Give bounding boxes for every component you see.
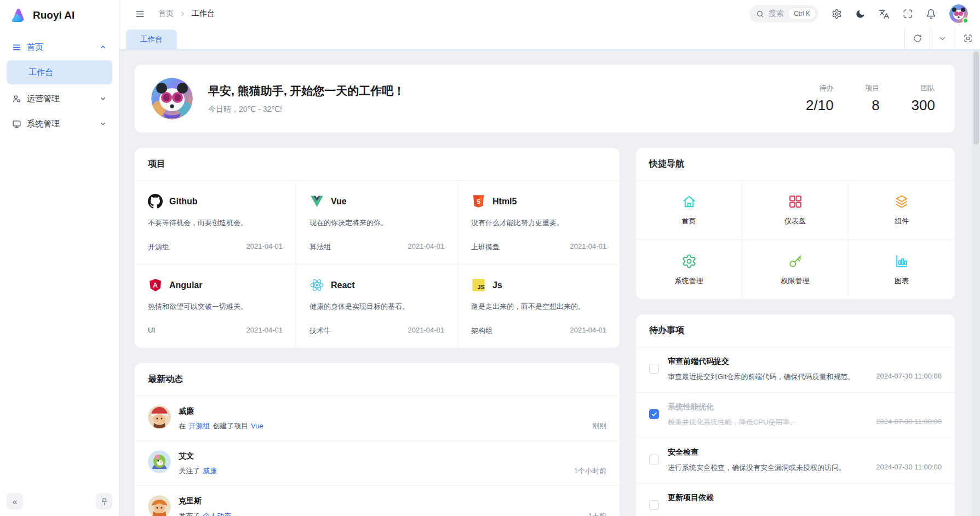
right-column: 快捷导航 首页 [636, 148, 955, 516]
breadcrumb: 首页 工作台 [158, 9, 215, 19]
todo-row: 审查前端代码提交 审查最近提交到Git仓库的前端代码，确保代码质量和规范。 20… [636, 347, 955, 392]
translate-icon[interactable] [879, 8, 890, 19]
svg-text:5: 5 [477, 198, 480, 205]
todo-checkbox[interactable] [649, 455, 659, 465]
quick-nav-dashboard[interactable]: 仪表盘 [742, 181, 849, 240]
activity-row: 威廉 在 开源组 创建了项目 Vue 刚刚 [135, 396, 620, 440]
project-name: Html5 [492, 197, 517, 207]
html5-icon: 5 [471, 194, 486, 209]
quick-nav-system[interactable]: 系统管理 [636, 240, 742, 299]
project-date: 2021-04-01 [408, 242, 445, 252]
activity-card: 最新动态 [135, 363, 620, 516]
sidebar-item-home[interactable]: 首页 [7, 36, 112, 58]
pin-icon[interactable] [96, 493, 112, 509]
gear-icon[interactable] [832, 9, 842, 19]
project-card-react[interactable]: React 健康的身体是实现目标的基石。 技术牛 2021-04-01 [296, 265, 458, 348]
project-name: Js [492, 280, 502, 290]
todo-row: 系统性能优化 检查并优化系统性能，降低CPU使用率。 2024-07-30 11… [636, 392, 955, 438]
activity-link-group[interactable]: 开源组 [188, 421, 210, 431]
scrollbar-thumb[interactable] [973, 51, 979, 145]
stat-label: 项目 [866, 83, 880, 93]
stat-label: 待办 [806, 83, 834, 93]
tab-menu-chevron-button[interactable] [930, 27, 955, 49]
search-input[interactable]: 搜索 Ctrl K [749, 5, 818, 22]
tabbar: 工作台 [119, 27, 980, 50]
todo-item-title: 系统性能优化 [668, 402, 942, 412]
todo-checkbox[interactable] [649, 500, 659, 510]
project-card-vue[interactable]: Vue 现在的你决定将来的你。 算法组 2021-04-01 [296, 181, 458, 265]
chart-icon [894, 254, 909, 269]
moon-icon[interactable] [855, 9, 866, 19]
project-name: Angular [169, 280, 202, 290]
quick-nav-title: 快捷导航 [636, 148, 955, 181]
activity-link-user[interactable]: 威廉 [203, 466, 217, 476]
content-fullscreen-button[interactable] [955, 27, 980, 49]
breadcrumb-home[interactable]: 首页 [158, 9, 174, 19]
activity-time: 1天前 [588, 511, 606, 516]
project-name: Vue [331, 197, 347, 207]
todo-item-title: 审查前端代码提交 [668, 357, 942, 366]
activity-text: 发布了 [179, 511, 200, 516]
sidebar-item-system[interactable]: 系统管理 [7, 113, 112, 135]
sidebar-subitem-label: 工作台 [28, 67, 53, 78]
todo-item-date: 2024-07-30 11:00:00 [876, 417, 942, 427]
topbar: 首页 工作台 搜索 Ctrl K [119, 0, 980, 27]
project-group: 技术牛 [310, 326, 331, 336]
app-root: Ruoyi AI 首页 工作台 运营管理 [0, 0, 980, 516]
sidebar-item-operations[interactable]: 运营管理 [7, 88, 112, 110]
brand-logo-row[interactable]: Ruoyi AI [0, 0, 119, 31]
project-date: 2021-04-01 [570, 242, 607, 252]
todo-item-desc: 审查最近提交到Git仓库的前端代码，确保代码质量和规范。 [668, 372, 864, 382]
left-column: 项目 Github 不要等待机会，而要创造机会。 [135, 148, 620, 516]
avatar-evan [148, 450, 171, 473]
quick-nav-grid: 首页 仪表盘 [636, 181, 955, 299]
tab-workbench[interactable]: 工作台 [126, 30, 177, 49]
quick-nav-home[interactable]: 首页 [636, 181, 742, 240]
user-avatar[interactable] [949, 4, 968, 23]
todo-item-title: 更新项目依赖 [668, 493, 942, 503]
tab-controls [904, 27, 980, 49]
project-card-angular[interactable]: A Angular 热情和欲望可以突破一切难关。 UI 2021-04-01 [135, 265, 296, 348]
activity-text: 在 [179, 421, 186, 431]
fullscreen-icon[interactable] [903, 9, 913, 19]
todo-item-date: 2024-07-30 11:00:00 [876, 372, 942, 382]
activity-user: 艾文 [179, 451, 606, 461]
page-content: 早安, 熊猫助手, 开始您一天的工作吧！ 今日晴，20℃ - 32℃! 待办 2… [119, 50, 980, 516]
todo-title: 待办事项 [636, 314, 955, 347]
project-card-js[interactable]: JS Js 路是走出来的，而不是空想出来的。 架构组 2021-04-01 [458, 265, 620, 348]
project-card-github[interactable]: Github 不要等待机会，而要创造机会。 开源组 2021-04-01 [135, 181, 296, 265]
activity-user: 克里斯 [179, 496, 606, 506]
main-area: 首页 工作台 搜索 Ctrl K [119, 0, 980, 516]
online-status-dot [962, 18, 968, 24]
breadcrumb-current: 工作台 [192, 9, 215, 19]
project-card-html5[interactable]: 5 Html5 没有什么才能比努力更重要。 上班摸鱼 2021-04-01 [458, 181, 620, 265]
todo-checkbox[interactable] [649, 364, 659, 374]
sidebar-item-workbench[interactable]: 工作台 [7, 60, 112, 84]
project-group: 开源组 [148, 242, 169, 252]
project-desc: 健康的身体是实现目标的基石。 [310, 302, 444, 312]
collapse-sidebar-button[interactable]: « [7, 493, 23, 509]
todo-row: 更新项目依赖 [636, 483, 955, 516]
svg-text:A: A [153, 282, 158, 289]
refresh-button[interactable] [904, 27, 930, 49]
activity-link-project[interactable]: Vue [251, 422, 263, 430]
hamburger-icon[interactable] [135, 9, 145, 19]
chevron-up-icon [99, 43, 107, 51]
key-icon [788, 254, 803, 269]
quick-nav-label: 组件 [895, 216, 909, 226]
quick-nav-label: 首页 [682, 216, 696, 226]
activity-link-feed[interactable]: 个人动态 [203, 511, 231, 516]
quick-nav-label: 图表 [895, 276, 909, 286]
quick-nav-permissions[interactable]: 权限管理 [742, 240, 849, 299]
svg-text:JS: JS [477, 284, 484, 290]
bell-icon[interactable] [926, 9, 936, 19]
home-icon [681, 194, 697, 209]
quick-nav-charts[interactable]: 图表 [849, 240, 955, 299]
quick-nav-components[interactable]: 组件 [849, 181, 955, 240]
scrollbar[interactable] [972, 50, 980, 516]
project-desc: 没有什么才能比努力更重要。 [471, 218, 606, 228]
todo-checkbox-checked[interactable] [649, 409, 659, 419]
avatar-william [148, 405, 171, 428]
search-icon [756, 10, 764, 18]
project-date: 2021-04-01 [247, 326, 283, 334]
